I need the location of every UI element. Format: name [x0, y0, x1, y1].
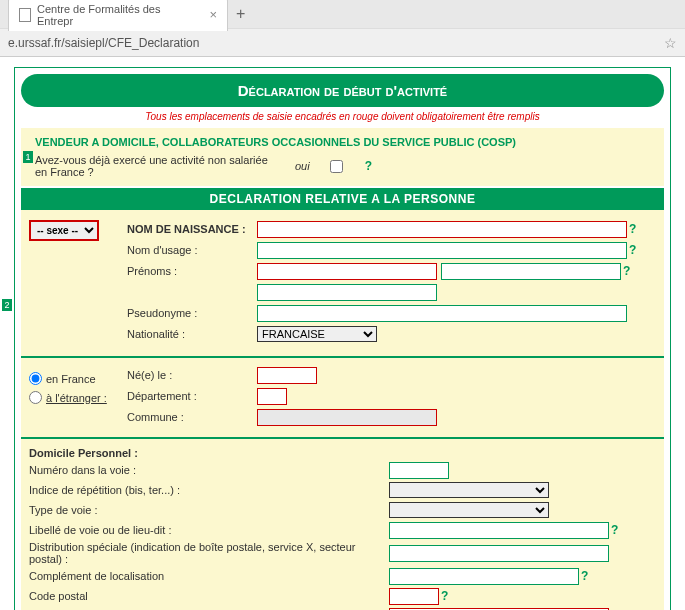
tab-title: Centre de Formalités des Entrepr [37, 3, 199, 27]
input-prenom-2[interactable] [441, 263, 621, 280]
favorites-icon[interactable]: ☆ [664, 35, 677, 51]
input-dept[interactable] [257, 388, 287, 405]
page-icon [19, 8, 31, 22]
question-activite: Avez-vous déjà exercé une activité non s… [35, 154, 275, 178]
radio-en-france[interactable] [29, 372, 42, 385]
label-pseudo: Pseudonyme : [127, 307, 257, 319]
label-prenoms: Prénoms : [127, 265, 257, 277]
input-nom-usage[interactable] [257, 242, 627, 259]
input-commune-naissance[interactable] [257, 409, 437, 426]
help-icon[interactable]: ? [629, 243, 636, 257]
label-nom-usage: Nom d'usage : [127, 244, 257, 256]
label-nom-naissance: NOM DE NAISSANCE : [127, 223, 257, 235]
url-text: e.urssaf.fr/saisiepl/CFE_Declaration [8, 36, 664, 50]
select-typevoie[interactable] [389, 502, 549, 518]
browser-chrome: Centre de Formalités des Entrepr × + e.u… [0, 0, 685, 57]
section-header-person: DECLARATION RELATIVE A LA PERSONNE [21, 188, 664, 210]
input-prenom-3[interactable] [257, 284, 437, 301]
label-distrib: Distribution spéciale (indication de boî… [29, 541, 389, 565]
label-nee: Né(e) le : [127, 369, 257, 381]
input-cp[interactable] [389, 588, 439, 605]
help-icon[interactable]: ? [629, 222, 636, 236]
address-heading: Domicile Personnel : [29, 447, 656, 459]
label-typevoie: Type de voie : [29, 504, 389, 516]
instruction-text: Tous les emplacements de saisie encadrés… [21, 111, 664, 122]
page-title: Déclaration de début d'activité [21, 74, 664, 107]
select-indice[interactable] [389, 482, 549, 498]
label-numero: Numéro dans la voie : [29, 464, 389, 476]
page-content: Déclaration de début d'activité Tous les… [0, 57, 685, 610]
input-numero[interactable] [389, 462, 449, 479]
label-dept: Département : [127, 390, 257, 402]
label-complement: Complément de localisation [29, 570, 389, 582]
section-heading: VENDEUR A DOMICILE, COLLABORATEURS OCCAS… [35, 136, 656, 148]
input-nee[interactable] [257, 367, 317, 384]
input-pseudo[interactable] [257, 305, 627, 322]
browser-tab[interactable]: Centre de Formalités des Entrepr × [8, 0, 228, 31]
label-indice: Indice de répétition (bis, ter...) : [29, 484, 389, 496]
input-prenom-1[interactable] [257, 263, 437, 280]
label-etranger[interactable]: à l'étranger : [46, 392, 107, 404]
radio-etranger[interactable] [29, 391, 42, 404]
oui-checkbox[interactable] [330, 160, 343, 173]
section-number: 2 [2, 299, 12, 311]
input-libelle[interactable] [389, 522, 609, 539]
oui-label: oui [295, 160, 310, 172]
sexe-select[interactable]: -- sexe -- [29, 220, 99, 241]
new-tab-button[interactable]: + [236, 5, 245, 23]
input-complement[interactable] [389, 568, 579, 585]
help-icon[interactable]: ? [581, 569, 588, 583]
form-frame: Déclaration de début d'activité Tous les… [14, 67, 671, 610]
select-nationalite[interactable]: FRANCAISE [257, 326, 377, 342]
label-cp: Code postal [29, 590, 389, 602]
label-en-france: en France [46, 373, 96, 385]
help-icon[interactable]: ? [441, 589, 448, 603]
help-icon[interactable]: ? [365, 159, 372, 173]
address-bar[interactable]: e.urssaf.fr/saisiepl/CFE_Declaration ☆ [0, 28, 685, 56]
close-icon[interactable]: × [209, 7, 217, 22]
section-number: 1 [23, 151, 33, 163]
section-vendeur: 1 VENDEUR A DOMICILE, COLLABORATEURS OCC… [21, 128, 664, 186]
help-icon[interactable]: ? [611, 523, 618, 537]
input-distrib[interactable] [389, 545, 609, 562]
label-nationalite: Nationalité : [127, 328, 257, 340]
input-nom-naissance[interactable] [257, 221, 627, 238]
tab-bar: Centre de Formalités des Entrepr × + [0, 0, 685, 28]
person-block: 2 -- sexe -- NOM DE NAISSANCE : ? Nom d'… [21, 210, 664, 356]
birth-block: en France à l'étranger : Né(e) le : Dépa… [21, 358, 664, 437]
label-commune: Commune : [127, 411, 257, 423]
address-block: Domicile Personnel : Numéro dans la voie… [21, 439, 664, 610]
help-icon[interactable]: ? [623, 264, 630, 278]
label-libelle: Libellé de voie ou de lieu-dit : [29, 524, 389, 536]
